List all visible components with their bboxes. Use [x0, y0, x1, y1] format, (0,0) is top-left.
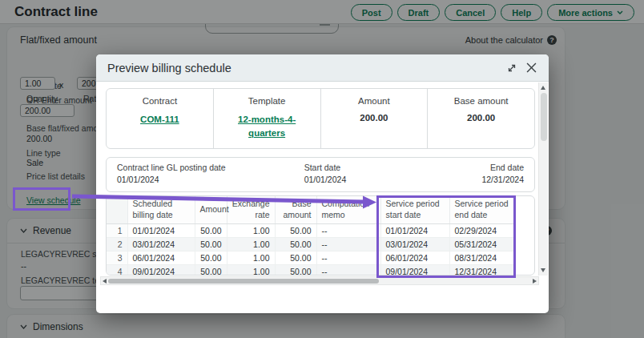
summary-value: 200.00: [467, 113, 495, 123]
table-header-row: Scheduled billing dateAmountExchange rat…: [107, 196, 515, 223]
table-row: 409/01/202450.001.0050.00--09/01/202412/…: [107, 264, 515, 276]
table-cell: --: [316, 237, 380, 251]
table-cell: 01/01/2024: [127, 223, 195, 237]
table-row: 101/01/202450.001.0050.00--01/01/202402/…: [107, 223, 515, 237]
table-cell: 50.00: [195, 251, 227, 264]
table-cell: 50.00: [195, 237, 227, 251]
table-cell: 1.00: [227, 237, 275, 251]
scroll-up-icon[interactable]: [541, 86, 545, 90]
column-header: Service period end date: [449, 196, 515, 223]
table-cell: 1.00: [227, 264, 275, 276]
screen: Contract line Post Draft Cancel Help Mor…: [0, 0, 644, 338]
table-cell: 08/31/2024: [449, 251, 515, 264]
table-cell: 05/31/2024: [449, 237, 515, 251]
table-row: 306/01/202450.001.0050.00--06/01/202408/…: [107, 251, 515, 264]
column-header: Service period start date: [380, 196, 449, 223]
table-cell: --: [316, 223, 380, 237]
table-cell: 50.00: [195, 223, 227, 237]
row-number: 3: [107, 251, 127, 264]
summary-label: Amount: [358, 96, 390, 106]
scroll-down-icon[interactable]: [541, 268, 545, 272]
preview-billing-schedule-modal: Preview billing schedule Contract COM-11…: [96, 54, 549, 313]
summary-value: 200.00: [360, 113, 388, 123]
column-header: Amount: [195, 196, 227, 223]
gl-posting-date: Contract line GL posting date 01/01/2024: [117, 163, 304, 191]
row-number: 4: [107, 264, 127, 276]
billing-table: Scheduled billing dateAmountExchange rat…: [107, 196, 516, 276]
table-cell: 50.00: [275, 251, 316, 264]
horizontal-scrollbar-thumb[interactable]: [108, 279, 379, 284]
table-cell: 1.00: [227, 223, 275, 237]
expand-icon[interactable]: [505, 62, 517, 74]
summary-label: Contract: [143, 96, 177, 106]
table-cell: 1.00: [227, 251, 275, 264]
summary-cards: Contract COM-111 Template 12-months-4-qu…: [106, 88, 535, 149]
modal-header: Preview billing schedule: [96, 54, 549, 82]
date-value: 12/31/2024: [481, 175, 524, 184]
table-cell: 50.00: [275, 237, 316, 251]
summary-template: Template 12-months-4-quarters: [214, 89, 321, 148]
table-cell: 06/01/2024: [380, 251, 449, 264]
date-label: Start date: [304, 163, 482, 172]
close-icon[interactable]: [525, 62, 537, 74]
date-label: End date: [481, 163, 524, 172]
date-value: 01/01/2024: [117, 175, 304, 184]
summary-base-amount: Base amount 200.00: [428, 89, 534, 148]
scroll-left-icon[interactable]: [103, 279, 107, 284]
template-link[interactable]: 12-months-4-quarters: [227, 113, 307, 141]
start-date: Start date 01/01/2024: [304, 163, 482, 191]
summary-label: Template: [248, 96, 286, 106]
row-number: 1: [107, 223, 127, 237]
modal-title: Preview billing schedule: [107, 62, 497, 74]
table-cell: --: [316, 264, 380, 276]
horizontal-scrollbar[interactable]: [100, 276, 539, 285]
table-cell: 01/01/2024: [380, 223, 449, 237]
table-cell: 06/01/2024: [127, 251, 195, 264]
column-header: [107, 196, 127, 223]
table-cell: 09/01/2024: [380, 264, 449, 276]
table-cell: 09/01/2024: [127, 264, 195, 276]
vertical-scrollbar-thumb[interactable]: [541, 93, 547, 141]
dates-box: Contract line GL posting date 01/01/2024…: [106, 157, 535, 192]
table-cell: 03/01/2024: [380, 237, 449, 251]
scroll-right-icon[interactable]: [533, 279, 537, 284]
column-header: Scheduled billing date: [127, 196, 195, 223]
table-cell: 12/31/2024: [449, 264, 515, 276]
date-value: 01/01/2024: [304, 175, 482, 184]
column-header: Base amount: [275, 196, 316, 223]
vertical-scrollbar[interactable]: [538, 82, 548, 276]
summary-contract: Contract COM-111: [107, 89, 214, 148]
table-cell: 03/01/2024: [127, 237, 195, 251]
billing-schedule-table-container: Scheduled billing dateAmountExchange rat…: [106, 195, 535, 276]
table-cell: 50.00: [275, 223, 316, 237]
table-cell: --: [316, 251, 380, 264]
table-cell: 50.00: [275, 264, 316, 276]
row-number: 2: [107, 237, 127, 251]
date-label: Contract line GL posting date: [117, 163, 304, 172]
column-header: Exchange rate: [227, 196, 275, 223]
table-row: 203/01/202450.001.0050.00--03/01/202405/…: [107, 237, 515, 251]
contract-link[interactable]: COM-111: [140, 113, 179, 127]
end-date: End date 12/31/2024: [481, 163, 524, 191]
table-cell: 50.00: [195, 264, 227, 276]
column-header: Computation memo: [316, 196, 380, 223]
summary-amount: Amount 200.00: [321, 89, 429, 148]
summary-label: Base amount: [454, 96, 509, 106]
table-cell: 02/29/2024: [449, 223, 515, 237]
